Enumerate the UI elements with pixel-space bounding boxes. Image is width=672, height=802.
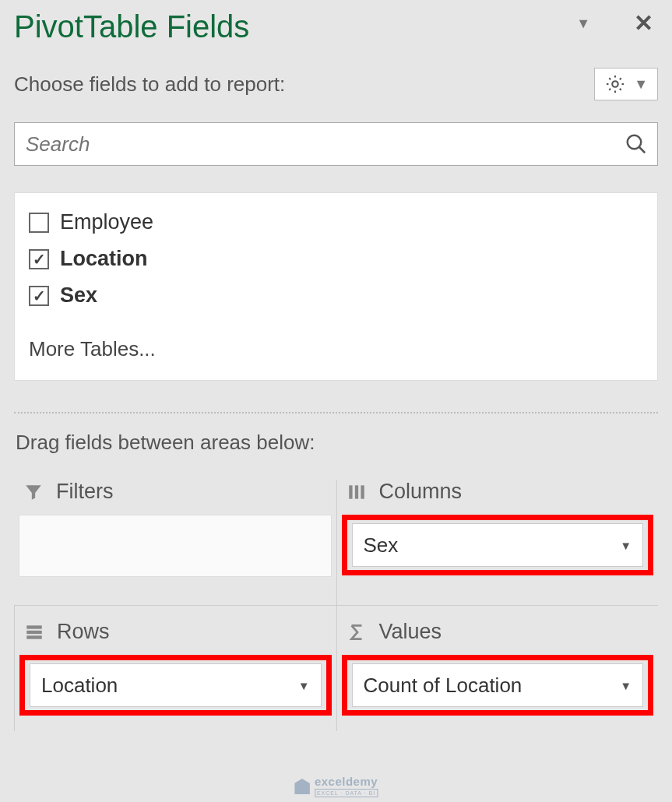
field-label: Sex — [60, 283, 97, 308]
pivot-fields-pane: PivotTable Fields ▼ ✕ Choose fields to a… — [0, 0, 672, 802]
rows-title: Rows — [57, 620, 110, 644]
svg-line-2 — [639, 147, 645, 153]
field-label: Employee — [60, 210, 153, 234]
more-tables-link[interactable]: More Tables... — [29, 337, 643, 361]
sigma-icon — [347, 622, 367, 642]
filters-area[interactable]: Filters — [14, 480, 336, 606]
subheader-text: Choose fields to add to report: — [14, 72, 285, 97]
values-header: Values — [342, 620, 654, 644]
rows-icon — [24, 622, 44, 642]
chevron-down-icon[interactable]: ▼ — [298, 679, 310, 692]
checkbox-location[interactable] — [29, 249, 49, 269]
search-icon — [625, 132, 648, 156]
field-row-sex[interactable]: Sex — [29, 277, 643, 314]
filters-title: Filters — [56, 480, 114, 504]
watermark-text: exceldemy EXCEL · DATA · BI — [315, 776, 378, 797]
chevron-down-icon: ▼ — [634, 77, 648, 91]
columns-field-label: Sex — [364, 533, 399, 558]
columns-title: Columns — [379, 480, 463, 504]
pane-options-dropdown[interactable]: ▼ — [576, 16, 590, 30]
watermark-brand: exceldemy — [315, 776, 378, 787]
fields-list: Employee Location Sex More Tables... — [14, 192, 658, 381]
svg-rect-7 — [26, 630, 42, 633]
drag-instructions: Drag fields between areas below: — [14, 431, 658, 455]
svg-rect-8 — [26, 635, 42, 638]
pane-header: PivotTable Fields ▼ ✕ — [14, 0, 658, 44]
checkbox-sex[interactable] — [29, 286, 49, 306]
svg-point-0 — [612, 81, 617, 86]
svg-rect-6 — [26, 625, 42, 628]
values-field-item[interactable]: Count of Location ▼ — [352, 663, 644, 707]
chevron-down-icon[interactable]: ▼ — [620, 679, 632, 692]
rows-field-label: Location — [41, 674, 118, 698]
columns-field-item[interactable]: Sex ▼ — [352, 523, 644, 567]
rows-area[interactable]: Rows Location ▼ — [14, 606, 336, 731]
field-label: Location — [60, 247, 148, 271]
columns-icon — [347, 482, 367, 502]
close-icon[interactable]: ✕ — [634, 12, 653, 35]
rows-field-item[interactable]: Location ▼ — [30, 663, 322, 707]
gear-icon — [604, 73, 626, 95]
watermark-tagline: EXCEL · DATA · BI — [315, 789, 378, 797]
svg-rect-4 — [354, 485, 357, 498]
values-area[interactable]: Values Count of Location ▼ — [336, 606, 659, 731]
filters-dropzone[interactable] — [19, 515, 332, 577]
search-input[interactable] — [24, 132, 625, 157]
svg-rect-5 — [361, 485, 364, 498]
divider — [14, 412, 658, 413]
checkbox-employee[interactable] — [29, 213, 49, 233]
filters-header: Filters — [19, 480, 332, 504]
values-highlight: Count of Location ▼ — [342, 655, 654, 716]
field-row-employee[interactable]: Employee — [29, 204, 643, 241]
watermark-logo-icon — [294, 779, 310, 794]
field-row-location[interactable]: Location — [29, 241, 643, 277]
pane-controls: ▼ ✕ — [576, 12, 653, 35]
subheader-row: Choose fields to add to report: ▼ — [14, 68, 658, 100]
rows-highlight: Location ▼ — [19, 655, 332, 716]
filter-icon — [23, 482, 44, 502]
chevron-down-icon[interactable]: ▼ — [620, 539, 632, 552]
watermark: exceldemy EXCEL · DATA · BI — [294, 776, 378, 797]
settings-button[interactable]: ▼ — [594, 68, 658, 100]
svg-point-1 — [628, 135, 642, 149]
columns-highlight: Sex ▼ — [342, 515, 654, 575]
pane-title: PivotTable Fields — [14, 9, 249, 44]
columns-area[interactable]: Columns Sex ▼ — [336, 480, 659, 606]
svg-rect-3 — [349, 485, 352, 498]
rows-header: Rows — [19, 620, 332, 644]
areas-grid: Filters Columns Sex ▼ — [14, 480, 658, 731]
search-box[interactable] — [14, 122, 658, 166]
values-title: Values — [379, 620, 442, 644]
columns-header: Columns — [342, 480, 654, 504]
values-field-label: Count of Location — [364, 674, 522, 698]
